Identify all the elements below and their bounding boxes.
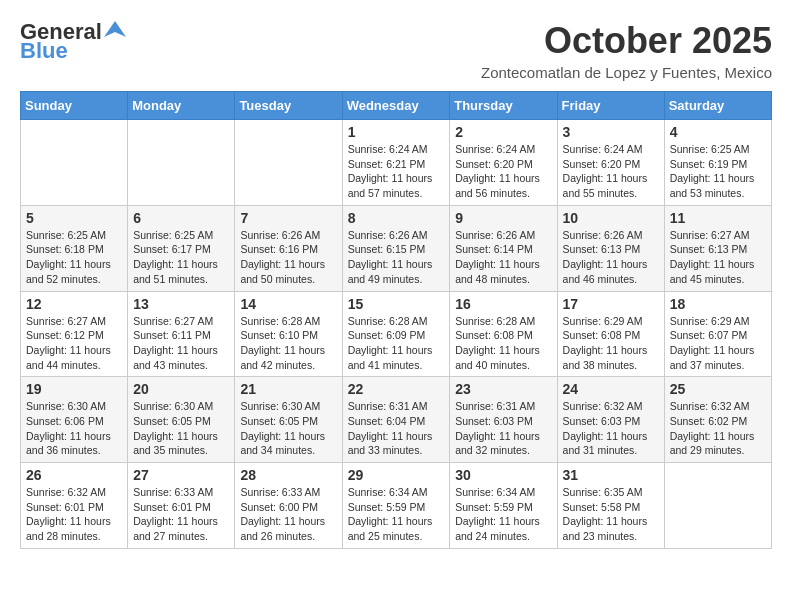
day-number: 16 [455,296,551,312]
day-number: 6 [133,210,229,226]
day-of-week-header: Sunday [21,92,128,120]
logo: General Blue [20,20,126,64]
calendar-day-cell: 29Sunrise: 6:34 AM Sunset: 5:59 PM Dayli… [342,463,450,549]
page-header: General Blue October 2025 Zontecomatlan … [20,20,772,81]
calendar-day-cell [21,120,128,206]
day-number: 20 [133,381,229,397]
day-of-week-header: Wednesday [342,92,450,120]
calendar-day-cell: 4Sunrise: 6:25 AM Sunset: 6:19 PM Daylig… [664,120,771,206]
day-number: 22 [348,381,445,397]
calendar-day-cell: 3Sunrise: 6:24 AM Sunset: 6:20 PM Daylig… [557,120,664,206]
day-info: Sunrise: 6:30 AM Sunset: 6:05 PM Dayligh… [133,399,229,458]
calendar-day-cell: 21Sunrise: 6:30 AM Sunset: 6:05 PM Dayli… [235,377,342,463]
day-number: 17 [563,296,659,312]
calendar-day-cell [235,120,342,206]
calendar-day-cell: 27Sunrise: 6:33 AM Sunset: 6:01 PM Dayli… [128,463,235,549]
day-info: Sunrise: 6:32 AM Sunset: 6:03 PM Dayligh… [563,399,659,458]
day-info: Sunrise: 6:27 AM Sunset: 6:12 PM Dayligh… [26,314,122,373]
calendar-week-row: 1Sunrise: 6:24 AM Sunset: 6:21 PM Daylig… [21,120,772,206]
calendar-week-row: 19Sunrise: 6:30 AM Sunset: 6:06 PM Dayli… [21,377,772,463]
day-info: Sunrise: 6:30 AM Sunset: 6:06 PM Dayligh… [26,399,122,458]
day-info: Sunrise: 6:26 AM Sunset: 6:15 PM Dayligh… [348,228,445,287]
day-info: Sunrise: 6:24 AM Sunset: 6:20 PM Dayligh… [455,142,551,201]
calendar-day-cell: 16Sunrise: 6:28 AM Sunset: 6:08 PM Dayli… [450,291,557,377]
calendar-day-cell: 30Sunrise: 6:34 AM Sunset: 5:59 PM Dayli… [450,463,557,549]
day-number: 26 [26,467,122,483]
day-info: Sunrise: 6:26 AM Sunset: 6:13 PM Dayligh… [563,228,659,287]
calendar-day-cell: 25Sunrise: 6:32 AM Sunset: 6:02 PM Dayli… [664,377,771,463]
day-of-week-header: Saturday [664,92,771,120]
calendar-day-cell [664,463,771,549]
day-info: Sunrise: 6:33 AM Sunset: 6:00 PM Dayligh… [240,485,336,544]
day-of-week-header: Monday [128,92,235,120]
logo-bird-icon [104,19,126,41]
day-number: 15 [348,296,445,312]
svg-marker-0 [104,21,126,37]
day-info: Sunrise: 6:25 AM Sunset: 6:18 PM Dayligh… [26,228,122,287]
month-title: October 2025 [481,20,772,62]
day-info: Sunrise: 6:25 AM Sunset: 6:17 PM Dayligh… [133,228,229,287]
calendar-day-cell: 20Sunrise: 6:30 AM Sunset: 6:05 PM Dayli… [128,377,235,463]
day-of-week-header: Tuesday [235,92,342,120]
day-info: Sunrise: 6:29 AM Sunset: 6:08 PM Dayligh… [563,314,659,373]
day-number: 19 [26,381,122,397]
calendar-day-cell: 23Sunrise: 6:31 AM Sunset: 6:03 PM Dayli… [450,377,557,463]
day-info: Sunrise: 6:28 AM Sunset: 6:08 PM Dayligh… [455,314,551,373]
calendar-day-cell: 8Sunrise: 6:26 AM Sunset: 6:15 PM Daylig… [342,205,450,291]
calendar-day-cell: 28Sunrise: 6:33 AM Sunset: 6:00 PM Dayli… [235,463,342,549]
day-info: Sunrise: 6:34 AM Sunset: 5:59 PM Dayligh… [348,485,445,544]
calendar-day-cell: 26Sunrise: 6:32 AM Sunset: 6:01 PM Dayli… [21,463,128,549]
day-info: Sunrise: 6:32 AM Sunset: 6:02 PM Dayligh… [670,399,766,458]
day-number: 24 [563,381,659,397]
calendar-day-cell: 24Sunrise: 6:32 AM Sunset: 6:03 PM Dayli… [557,377,664,463]
day-number: 7 [240,210,336,226]
day-number: 14 [240,296,336,312]
day-number: 28 [240,467,336,483]
calendar-day-cell: 17Sunrise: 6:29 AM Sunset: 6:08 PM Dayli… [557,291,664,377]
day-number: 30 [455,467,551,483]
calendar-day-cell: 1Sunrise: 6:24 AM Sunset: 6:21 PM Daylig… [342,120,450,206]
calendar-day-cell: 6Sunrise: 6:25 AM Sunset: 6:17 PM Daylig… [128,205,235,291]
calendar-day-cell: 22Sunrise: 6:31 AM Sunset: 6:04 PM Dayli… [342,377,450,463]
logo-blue-text: Blue [20,38,68,64]
day-number: 10 [563,210,659,226]
calendar-day-cell: 2Sunrise: 6:24 AM Sunset: 6:20 PM Daylig… [450,120,557,206]
calendar-day-cell: 31Sunrise: 6:35 AM Sunset: 5:58 PM Dayli… [557,463,664,549]
day-number: 11 [670,210,766,226]
calendar-week-row: 12Sunrise: 6:27 AM Sunset: 6:12 PM Dayli… [21,291,772,377]
day-info: Sunrise: 6:26 AM Sunset: 6:16 PM Dayligh… [240,228,336,287]
day-info: Sunrise: 6:34 AM Sunset: 5:59 PM Dayligh… [455,485,551,544]
day-number: 31 [563,467,659,483]
day-number: 4 [670,124,766,140]
day-info: Sunrise: 6:24 AM Sunset: 6:21 PM Dayligh… [348,142,445,201]
day-info: Sunrise: 6:35 AM Sunset: 5:58 PM Dayligh… [563,485,659,544]
day-number: 25 [670,381,766,397]
calendar-day-cell: 7Sunrise: 6:26 AM Sunset: 6:16 PM Daylig… [235,205,342,291]
day-info: Sunrise: 6:28 AM Sunset: 6:09 PM Dayligh… [348,314,445,373]
day-number: 27 [133,467,229,483]
day-number: 29 [348,467,445,483]
calendar-table: SundayMondayTuesdayWednesdayThursdayFrid… [20,91,772,549]
location-subtitle: Zontecomatlan de Lopez y Fuentes, Mexico [481,64,772,81]
calendar-day-cell: 14Sunrise: 6:28 AM Sunset: 6:10 PM Dayli… [235,291,342,377]
day-number: 23 [455,381,551,397]
calendar-day-cell: 18Sunrise: 6:29 AM Sunset: 6:07 PM Dayli… [664,291,771,377]
day-number: 5 [26,210,122,226]
day-of-week-header: Friday [557,92,664,120]
day-info: Sunrise: 6:27 AM Sunset: 6:11 PM Dayligh… [133,314,229,373]
day-number: 13 [133,296,229,312]
day-info: Sunrise: 6:31 AM Sunset: 6:04 PM Dayligh… [348,399,445,458]
day-info: Sunrise: 6:28 AM Sunset: 6:10 PM Dayligh… [240,314,336,373]
calendar-day-cell: 12Sunrise: 6:27 AM Sunset: 6:12 PM Dayli… [21,291,128,377]
day-info: Sunrise: 6:29 AM Sunset: 6:07 PM Dayligh… [670,314,766,373]
calendar-day-cell: 11Sunrise: 6:27 AM Sunset: 6:13 PM Dayli… [664,205,771,291]
day-info: Sunrise: 6:30 AM Sunset: 6:05 PM Dayligh… [240,399,336,458]
title-area: October 2025 Zontecomatlan de Lopez y Fu… [481,20,772,81]
day-number: 1 [348,124,445,140]
day-number: 12 [26,296,122,312]
day-info: Sunrise: 6:26 AM Sunset: 6:14 PM Dayligh… [455,228,551,287]
day-info: Sunrise: 6:32 AM Sunset: 6:01 PM Dayligh… [26,485,122,544]
day-info: Sunrise: 6:31 AM Sunset: 6:03 PM Dayligh… [455,399,551,458]
day-info: Sunrise: 6:27 AM Sunset: 6:13 PM Dayligh… [670,228,766,287]
calendar-day-cell: 10Sunrise: 6:26 AM Sunset: 6:13 PM Dayli… [557,205,664,291]
